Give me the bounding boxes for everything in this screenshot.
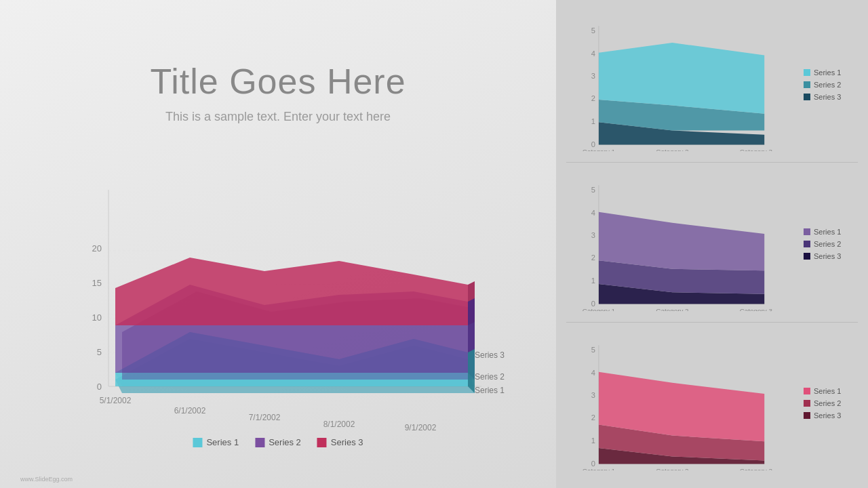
svg-text:Series 3: Series 3 bbox=[475, 350, 505, 360]
teal-s2-color bbox=[804, 81, 810, 88]
main-chart-svg: 0 5 10 15 20 bbox=[41, 169, 515, 454]
pink-s2-color bbox=[804, 400, 810, 407]
legend-series2: Series 2 bbox=[255, 437, 301, 447]
legend-series1-color bbox=[193, 438, 202, 447]
teal-legend-s1: Series 1 bbox=[804, 68, 851, 77]
svg-text:1: 1 bbox=[591, 277, 595, 285]
svg-text:Category 3: Category 3 bbox=[740, 148, 773, 151]
teal-s2-label: Series 2 bbox=[814, 81, 841, 89]
pink-legend-s2: Series 2 bbox=[804, 399, 851, 407]
small-chart-teal: 0 1 2 3 4 5 Category 1 bbox=[573, 18, 797, 151]
main-title: Title Goes Here bbox=[150, 61, 406, 102]
svg-text:1: 1 bbox=[591, 436, 595, 444]
main-chart-legend: Series 1 Series 2 Series 3 bbox=[193, 437, 363, 447]
svg-text:Category 1: Category 1 bbox=[583, 467, 615, 470]
legend-series1: Series 1 bbox=[193, 437, 239, 447]
purple-s2-color bbox=[804, 241, 810, 247]
teal-s3-label: Series 3 bbox=[814, 93, 841, 101]
pink-s2-label: Series 2 bbox=[814, 399, 841, 407]
title-section: Title Goes Here This is a sample text. E… bbox=[150, 61, 406, 124]
svg-text:Category 1: Category 1 bbox=[583, 307, 615, 310]
pink-legend-s1: Series 1 bbox=[804, 387, 851, 395]
purple-s2-label: Series 2 bbox=[814, 240, 841, 248]
pink-s3-label: Series 3 bbox=[814, 411, 841, 420]
pink-legend-s3: Series 3 bbox=[804, 411, 851, 420]
svg-text:Category 3: Category 3 bbox=[740, 467, 773, 470]
svg-text:5/1/2002: 5/1/2002 bbox=[100, 396, 132, 405]
svg-text:6/1/2002: 6/1/2002 bbox=[174, 406, 206, 415]
purple-s3-label: Series 3 bbox=[814, 252, 841, 260]
right-panel: 0 1 2 3 4 5 Category 1 bbox=[556, 0, 868, 488]
small-chart-purple-section: 0 1 2 3 4 5 Category 1 Category 2 bbox=[566, 166, 858, 322]
svg-text:15: 15 bbox=[92, 278, 102, 288]
purple-legend-s1: Series 1 bbox=[804, 228, 851, 236]
svg-text:Series 1: Series 1 bbox=[475, 386, 505, 395]
svg-text:4: 4 bbox=[591, 49, 595, 58]
svg-text:4: 4 bbox=[591, 368, 595, 376]
svg-text:5: 5 bbox=[591, 26, 595, 35]
purple-legend-s2: Series 2 bbox=[804, 240, 851, 248]
svg-text:Series 2: Series 2 bbox=[475, 372, 505, 382]
svg-text:2: 2 bbox=[591, 254, 595, 262]
teal-s1-label: Series 1 bbox=[814, 68, 841, 77]
small-chart-teal-wrapper: 0 1 2 3 4 5 Category 1 bbox=[573, 10, 851, 159]
watermark: www.SlideEgg.com bbox=[20, 476, 73, 483]
svg-text:5: 5 bbox=[591, 346, 595, 354]
main-3d-chart: 0 5 10 15 20 bbox=[41, 169, 515, 454]
purple-s1-label: Series 1 bbox=[814, 228, 841, 236]
svg-text:3: 3 bbox=[591, 391, 595, 399]
svg-marker-16 bbox=[115, 258, 468, 325]
legend-series2-color bbox=[255, 438, 264, 447]
legend-series1-label: Series 1 bbox=[206, 437, 239, 447]
svg-text:20: 20 bbox=[92, 243, 102, 253]
teal-legend-s3: Series 3 bbox=[804, 93, 851, 101]
svg-text:Category 2: Category 2 bbox=[656, 148, 688, 151]
svg-text:Category 3: Category 3 bbox=[740, 307, 773, 310]
legend-series3-color bbox=[317, 438, 327, 447]
svg-text:0: 0 bbox=[97, 382, 102, 392]
small-chart-purple-wrapper: 0 1 2 3 4 5 Category 1 Category 2 bbox=[573, 169, 851, 318]
svg-text:9/1/2002: 9/1/2002 bbox=[405, 423, 437, 432]
pink-s1-label: Series 1 bbox=[814, 387, 841, 395]
legend-series3: Series 3 bbox=[317, 437, 363, 447]
small-chart-pink: 0 1 2 3 4 5 Category 1 Category 2 bbox=[573, 337, 797, 470]
svg-text:7/1/2002: 7/1/2002 bbox=[249, 413, 281, 422]
svg-marker-19 bbox=[468, 349, 475, 393]
svg-text:2: 2 bbox=[591, 413, 595, 422]
purple-s1-color bbox=[804, 228, 810, 235]
svg-text:Category 2: Category 2 bbox=[656, 307, 688, 310]
legend-series3-label: Series 3 bbox=[331, 437, 363, 447]
small-chart-pink-section: 0 1 2 3 4 5 Category 1 Category 2 bbox=[566, 326, 858, 481]
legend-series2-label: Series 2 bbox=[269, 437, 301, 447]
left-panel: Title Goes Here This is a sample text. E… bbox=[0, 0, 556, 488]
small-chart-pink-wrapper: 0 1 2 3 4 5 Category 1 Category 2 bbox=[573, 329, 851, 478]
svg-text:5: 5 bbox=[97, 347, 102, 357]
svg-text:8/1/2002: 8/1/2002 bbox=[323, 420, 355, 429]
purple-legend-s3: Series 3 bbox=[804, 252, 851, 260]
svg-marker-52 bbox=[599, 212, 764, 270]
teal-s1-color bbox=[804, 69, 810, 76]
svg-text:3: 3 bbox=[591, 72, 595, 80]
purple-s3-color bbox=[804, 253, 810, 260]
small-chart-pink-legend: Series 1 Series 2 Series 3 bbox=[804, 387, 851, 420]
svg-text:4: 4 bbox=[591, 209, 595, 217]
pink-s1-color bbox=[804, 388, 810, 394]
teal-legend-s2: Series 2 bbox=[804, 81, 851, 89]
small-chart-purple-legend: Series 1 Series 2 Series 3 bbox=[804, 228, 851, 260]
svg-text:Category 1: Category 1 bbox=[583, 148, 615, 151]
svg-text:10: 10 bbox=[92, 312, 102, 323]
pink-s3-color bbox=[804, 412, 810, 419]
teal-s3-color bbox=[804, 94, 810, 100]
small-chart-teal-legend: Series 1 Series 2 Series 3 bbox=[804, 68, 851, 101]
small-chart-teal-section: 0 1 2 3 4 5 Category 1 bbox=[566, 7, 858, 163]
small-chart-purple: 0 1 2 3 4 5 Category 1 Category 2 bbox=[573, 177, 797, 310]
svg-text:5: 5 bbox=[591, 186, 595, 195]
svg-text:3: 3 bbox=[591, 231, 595, 239]
svg-text:2: 2 bbox=[591, 94, 595, 102]
svg-text:Category 2: Category 2 bbox=[656, 467, 688, 470]
svg-text:1: 1 bbox=[591, 117, 595, 125]
subtitle: This is a sample text. Enter your text h… bbox=[150, 110, 406, 124]
